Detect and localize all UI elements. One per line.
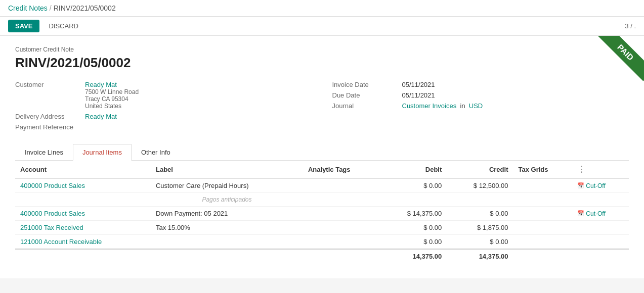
cell-credit: $ 12,500.00	[447, 179, 513, 193]
col-header-tax-grids: Tax Grids	[513, 161, 572, 179]
address-line2: Tracy CA 95304	[85, 95, 139, 103]
form-left: Customer Ready Mat 7500 W Linne Road Tra…	[15, 81, 312, 134]
cell-account: 400000 Product Sales	[15, 179, 151, 193]
cell-debit: $ 14,375.00	[380, 207, 447, 221]
col-header-account: Account	[15, 161, 151, 179]
invoice-date-label: Invoice Date	[332, 81, 398, 88]
payment-ref-label: Payment Reference	[15, 123, 81, 131]
document-type: Customer Credit Note	[15, 46, 629, 53]
due-date-label: Due Date	[332, 91, 398, 99]
main-content: PAID Customer Credit Note RINV/2021/05/0…	[0, 36, 644, 278]
tab-other-info[interactable]: Other Info	[132, 144, 180, 161]
cell-analytic	[303, 235, 380, 250]
cell-credit: $ 0.00	[447, 207, 513, 221]
total-credit: 14,375.00	[447, 249, 513, 263]
col-header-debit: Debit	[380, 161, 447, 179]
cell-analytic	[303, 179, 380, 193]
pager: 3 / .	[625, 22, 636, 30]
address-line1: 7500 W Linne Road	[85, 88, 139, 95]
cell-tax-grids	[513, 221, 572, 235]
breadcrumb-bar: Credit Notes / RINV/2021/05/0002	[0, 0, 644, 17]
breadcrumb-parent[interactable]: Credit Notes	[8, 4, 48, 12]
action-bar: SAVE DISCARD 3 / .	[0, 17, 644, 36]
cell-account: 121000 Account Receivable	[15, 235, 151, 250]
cell-tax-grids	[513, 207, 572, 221]
invoice-date-value: 05/11/2021	[402, 81, 435, 88]
table-row: 400000 Product Sales Down Payment: 05 20…	[15, 207, 629, 221]
cell-analytic	[303, 221, 380, 235]
cell-account: 400000 Product Sales	[15, 207, 151, 221]
cut-off-button[interactable]: Cut-Off	[577, 182, 624, 189]
table-row: 251000 Tax Received Tax 15.00% $ 0.00 $ …	[15, 221, 629, 235]
cell-tax-grids	[513, 179, 572, 193]
cell-account: 251000 Tax Received	[15, 221, 151, 235]
table-row: 121000 Account Receivable $ 0.00 $ 0.00	[15, 235, 629, 250]
table-row: 400000 Product Sales Customer Care (Prep…	[15, 179, 629, 193]
cell-sub-label: Pagos anticipados	[151, 193, 303, 207]
discard-button[interactable]: DISCARD	[44, 20, 83, 32]
customer-name-link[interactable]: Ready Mat	[85, 81, 117, 88]
delivery-field-row: Delivery Address Ready Mat	[15, 113, 312, 120]
cut-off-button[interactable]: Cut-Off	[577, 210, 624, 217]
more-icon[interactable]: ⋮	[577, 165, 585, 174]
col-header-label: Label	[151, 161, 303, 179]
invoice-date-field-row: Invoice Date 05/11/2021	[332, 81, 629, 88]
customer-value: Ready Mat 7500 W Linne Road Tracy CA 953…	[85, 81, 139, 110]
table-header-row: Account Label Analytic Tags Debit Credit…	[15, 161, 629, 179]
delivery-name-link[interactable]: Ready Mat	[85, 113, 117, 120]
cell-tax-grids	[513, 235, 572, 250]
col-header-actions: ⋮	[572, 161, 629, 179]
cell-cutoff	[572, 235, 629, 250]
cell-label: Customer Care (Prepaid Hours)	[151, 179, 303, 193]
account-link[interactable]: 121000 Account Receivable	[20, 238, 102, 246]
journal-in: in	[460, 102, 465, 110]
payment-ref-field-row: Payment Reference	[15, 123, 312, 131]
cell-credit: $ 0.00	[447, 235, 513, 250]
journal-label: Journal	[332, 102, 398, 110]
customer-field-row: Customer Ready Mat 7500 W Linne Road Tra…	[15, 81, 312, 110]
cell-debit: $ 0.00	[380, 179, 447, 193]
cell-credit: $ 1,875.00	[447, 221, 513, 235]
journal-currency[interactable]: USD	[469, 102, 483, 110]
account-link[interactable]: 251000 Tax Received	[20, 224, 83, 231]
delivery-label: Delivery Address	[15, 113, 81, 120]
col-header-analytic: Analytic Tags	[303, 161, 380, 179]
due-date-value: 05/11/2021	[402, 91, 435, 99]
cell-analytic	[303, 207, 380, 221]
paid-badge: PAID	[593, 36, 644, 86]
table-total-row: 14,375.00 14,375.00	[15, 249, 629, 263]
form-section: Customer Ready Mat 7500 W Linne Road Tra…	[15, 81, 629, 134]
tab-journal-items[interactable]: Journal Items	[73, 144, 132, 161]
cell-cutoff: Cut-Off	[572, 207, 629, 221]
form-right: Invoice Date 05/11/2021 Due Date 05/11/2…	[332, 81, 629, 134]
cell-label	[151, 235, 303, 250]
cell-label: Down Payment: 05 2021	[151, 207, 303, 221]
paid-badge-label: PAID	[596, 36, 644, 81]
delivery-value: Ready Mat	[85, 113, 117, 120]
cell-debit: $ 0.00	[380, 221, 447, 235]
col-header-credit: Credit	[447, 161, 513, 179]
tab-invoice-lines[interactable]: Invoice Lines	[15, 144, 73, 161]
due-date-field-row: Due Date 05/11/2021	[332, 91, 629, 99]
cell-label: Tax 15.00%	[151, 221, 303, 235]
total-debit: 14,375.00	[380, 249, 447, 263]
journal-link[interactable]: Customer Invoices	[402, 102, 457, 110]
cell-debit: $ 0.00	[380, 235, 447, 250]
cell-cutoff: Cut-Off	[572, 179, 629, 193]
cell-empty	[15, 193, 151, 207]
journal-field-row: Journal Customer Invoices in USD	[332, 102, 629, 110]
customer-label: Customer	[15, 81, 81, 110]
tabs: Invoice Lines Journal Items Other Info	[15, 144, 629, 161]
breadcrumb-separator: /	[50, 4, 52, 12]
account-link[interactable]: 400000 Product Sales	[20, 210, 85, 217]
save-button[interactable]: SAVE	[8, 20, 39, 32]
cell-cutoff	[572, 221, 629, 235]
account-link[interactable]: 400000 Product Sales	[20, 182, 85, 189]
table-row-sublabel: Pagos anticipados	[15, 193, 629, 207]
address-line3: United States	[85, 103, 139, 110]
breadcrumb: Credit Notes / RINV/2021/05/0002	[8, 4, 116, 12]
document-number: RINV/2021/05/0002	[15, 55, 629, 71]
journal-value: Customer Invoices in USD	[402, 102, 483, 110]
breadcrumb-current: RINV/2021/05/0002	[54, 4, 116, 12]
journal-items-table-section: Account Label Analytic Tags Debit Credit…	[15, 161, 629, 263]
